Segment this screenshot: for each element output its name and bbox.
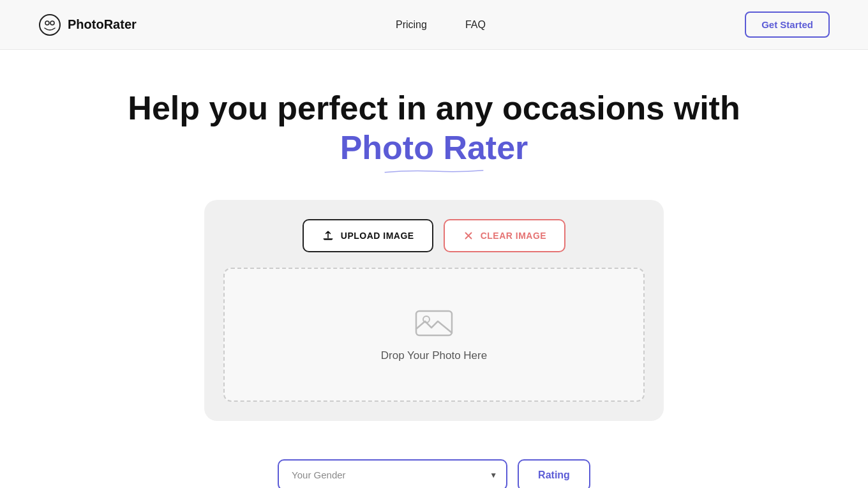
close-icon xyxy=(463,230,474,241)
drop-zone[interactable]: Drop Your Photo Here xyxy=(223,268,645,402)
svg-rect-4 xyxy=(416,311,452,335)
clear-image-button[interactable]: CLEAR IMAGE xyxy=(444,219,566,252)
bottom-controls: Your Gender Male Female Other Rating xyxy=(0,446,868,488)
upload-card: UPLOAD IMAGE CLEAR IMAGE Drop Your Photo… xyxy=(204,200,664,421)
navbar-nav: Pricing FAQ xyxy=(396,19,486,31)
svg-rect-3 xyxy=(324,239,332,240)
gender-select[interactable]: Your Gender Male Female Other xyxy=(278,459,507,488)
hero-section: Help you perfect in any occasions with P… xyxy=(0,50,868,181)
logo-icon xyxy=(38,13,61,36)
upload-section: UPLOAD IMAGE CLEAR IMAGE Drop Your Photo… xyxy=(0,181,868,446)
upload-actions: UPLOAD IMAGE CLEAR IMAGE xyxy=(223,219,645,252)
get-started-button[interactable]: Get Started xyxy=(745,11,830,38)
hero-title-line1: Help you perfect in any occasions with xyxy=(128,89,740,126)
hero-title-line2: Photo Rater xyxy=(340,128,528,167)
nav-faq[interactable]: FAQ xyxy=(465,19,486,31)
drop-zone-text: Drop Your Photo Here xyxy=(381,349,487,362)
image-placeholder-icon xyxy=(415,307,453,339)
rating-button[interactable]: Rating xyxy=(518,459,590,488)
svg-point-1 xyxy=(45,21,49,25)
upload-image-button[interactable]: UPLOAD IMAGE xyxy=(303,219,433,252)
logo-link[interactable]: PhotoRater xyxy=(38,13,137,36)
navbar: PhotoRater Pricing FAQ Get Started xyxy=(0,0,868,50)
svg-point-2 xyxy=(50,21,54,25)
hero-title: Help you perfect in any occasions with P… xyxy=(128,88,740,168)
gender-select-wrapper: Your Gender Male Female Other xyxy=(278,459,507,488)
upload-icon xyxy=(322,229,334,242)
svg-point-0 xyxy=(40,15,60,35)
logo-text: PhotoRater xyxy=(68,17,137,32)
nav-pricing[interactable]: Pricing xyxy=(396,19,427,31)
